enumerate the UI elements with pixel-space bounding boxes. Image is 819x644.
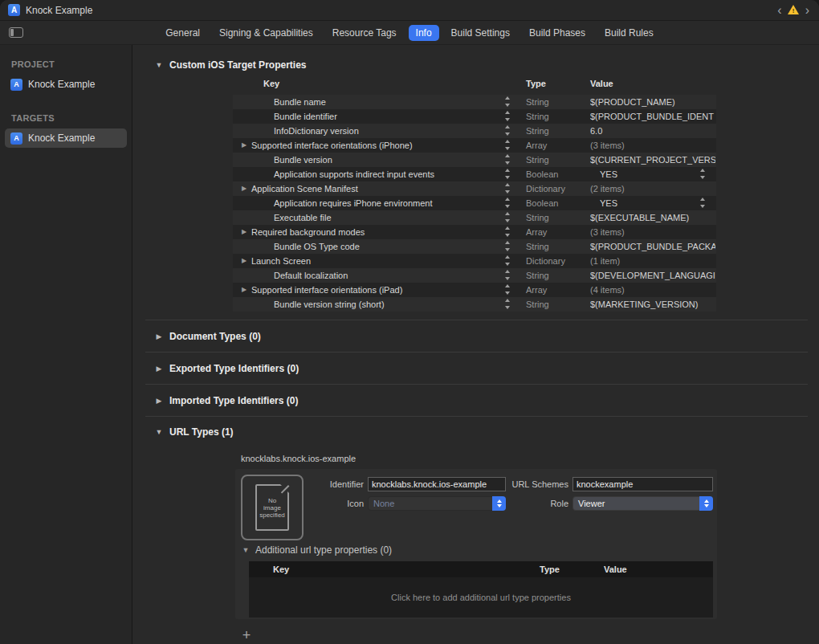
key-stepper-icon[interactable] [504,140,511,150]
add-properties-hint[interactable]: Click here to add additional url type pr… [391,593,571,602]
table-row[interactable]: Executable file String $(EXECUTABLE_NAME… [233,210,716,225]
tab-build-settings[interactable]: Build Settings [444,25,517,41]
property-type[interactable]: String [526,109,549,124]
property-key[interactable]: Application supports indirect input even… [274,167,434,181]
property-type[interactable]: Boolean [526,167,558,181]
key-stepper-icon[interactable] [504,111,511,121]
table-row[interactable]: ▶ Supported interface orientations (iPho… [233,138,716,153]
property-value[interactable]: (3 items) [590,138,715,153]
table-row[interactable]: Bundle name String $(PRODUCT_NAME) [233,95,716,109]
property-value[interactable]: $(PRODUCT_NAME) [590,95,715,109]
key-stepper-icon[interactable] [504,198,511,208]
property-type[interactable]: Dictionary [526,181,565,196]
tab-build-phases[interactable]: Build Phases [522,25,593,41]
back-chevron-icon[interactable]: ‹ [777,5,781,16]
key-stepper-icon[interactable] [504,96,511,107]
table-row[interactable]: ▶ Application Scene Manifest Dictionary … [233,181,716,196]
tab-build-rules[interactable]: Build Rules [597,25,661,41]
property-value[interactable]: $(CURRENT_PROJECT_VERS [590,153,715,167]
disclosure-closed-icon[interactable]: ▶ [240,138,248,153]
table-row[interactable]: ▶ Required background modes Array (3 ite… [233,225,716,239]
table-row[interactable]: Default localization String $(DEVELOPMEN… [233,268,716,283]
identifier-input[interactable] [368,477,506,491]
table-row[interactable]: InfoDictionary version String 6.0 [233,124,716,138]
property-value[interactable]: $(MARKETING_VERSION) [590,297,715,312]
property-value[interactable]: (3 items) [590,225,715,239]
sidebar-item-target[interactable]: A Knock Example [5,128,127,148]
disclosure-closed-icon[interactable]: ▶ [155,397,163,405]
table-row[interactable]: Application supports indirect input even… [233,167,716,181]
property-type[interactable]: String [526,124,549,138]
property-key[interactable]: Supported interface orientations (iPhone… [251,138,413,153]
disclosure-open-icon[interactable]: ▼ [155,61,163,69]
property-value[interactable]: 6.0 [590,124,715,138]
disclosure-closed-icon[interactable]: ▶ [155,332,163,340]
property-key[interactable]: Bundle name [274,95,326,109]
disclosure-open-icon[interactable]: ▼ [242,546,250,554]
url-schemes-input[interactable] [572,477,713,491]
key-stepper-icon[interactable] [504,299,511,309]
key-stepper-icon[interactable] [504,125,511,136]
property-key[interactable]: Application Scene Manifest [251,181,358,196]
property-type[interactable]: String [526,239,549,254]
property-type[interactable]: String [526,95,549,109]
disclosure-closed-icon[interactable]: ▶ [240,181,248,196]
section-url-types[interactable]: ▼ URL Types (1) [155,422,819,442]
sidebar-item-project[interactable]: A Knock Example [5,75,127,94]
disclosure-closed-icon[interactable]: ▶ [240,254,248,268]
section-custom-ios-target-properties[interactable]: ▼ Custom iOS Target Properties [155,55,819,75]
property-key[interactable]: Bundle version [274,153,332,167]
property-type[interactable]: Array [526,138,547,153]
key-stepper-icon[interactable] [504,212,511,222]
tab-resource-tags[interactable]: Resource Tags [325,25,404,41]
property-key[interactable]: Required background modes [251,225,365,239]
add-url-type-button[interactable]: + [239,629,254,642]
property-type[interactable]: Dictionary [526,254,565,268]
property-value[interactable]: $(DEVELOPMENT_LANGUAGI [590,268,715,283]
tab-signing-capabilities[interactable]: Signing & Capabilities [212,25,320,41]
property-type[interactable]: String [526,297,549,312]
property-key[interactable]: Bundle identifier [274,109,337,124]
property-value[interactable]: (1 item) [590,254,715,268]
property-type[interactable]: Array [526,225,547,239]
value-stepper-icon[interactable] [699,198,707,208]
table-row[interactable]: Bundle version string (short) String $(M… [233,297,716,312]
table-row[interactable]: Bundle version String $(CURRENT_PROJECT_… [233,153,716,167]
property-key[interactable]: Bundle OS Type code [274,239,360,254]
tab-general[interactable]: General [158,25,207,41]
forward-chevron-icon[interactable]: › [805,5,809,16]
property-value[interactable]: $(EXECUTABLE_NAME) [590,210,715,225]
property-key[interactable]: Bundle version string (short) [274,297,385,312]
property-value[interactable]: (2 items) [590,181,715,196]
key-stepper-icon[interactable] [504,226,511,237]
table-row[interactable]: Application requires iPhone environment … [233,196,716,210]
icon-dropdown[interactable]: None [368,496,506,511]
section-exported-type-identifiers[interactable]: ▶ Exported Type Identifiers (0) [132,353,819,384]
section-document-types[interactable]: ▶ Document Types (0) [132,320,819,352]
property-key[interactable]: Default localization [274,268,348,283]
property-key[interactable]: Application requires iPhone environment [274,196,433,210]
key-stepper-icon[interactable] [504,241,511,251]
property-type[interactable]: String [526,210,549,225]
section-imported-type-identifiers[interactable]: ▶ Imported Type Identifiers (0) [132,385,819,416]
key-stepper-icon[interactable] [504,169,511,179]
key-stepper-icon[interactable] [504,154,511,165]
role-dropdown[interactable]: Viewer [572,496,713,511]
property-value[interactable]: (4 items) [590,283,715,297]
table-row[interactable]: ▶ Launch Screen Dictionary (1 item) [233,254,716,268]
key-stepper-icon[interactable] [504,284,511,295]
table-row[interactable]: ▶ Supported interface orientations (iPad… [233,283,716,297]
property-type[interactable]: Array [526,283,547,297]
sidebar-toggle-icon[interactable] [9,27,23,38]
property-key[interactable]: Launch Screen [251,254,311,268]
property-key[interactable]: Supported interface orientations (iPad) [251,283,402,297]
disclosure-closed-icon[interactable]: ▶ [240,225,248,239]
additional-properties-empty-area[interactable]: Click here to add additional url type pr… [249,577,713,618]
value-stepper-icon[interactable] [699,169,707,179]
property-type[interactable]: Boolean [526,196,558,210]
key-stepper-icon[interactable] [504,255,511,266]
key-stepper-icon[interactable] [504,270,511,280]
property-type[interactable]: String [526,153,549,167]
warning-icon[interactable] [788,5,800,15]
disclosure-closed-icon[interactable]: ▶ [240,283,248,297]
